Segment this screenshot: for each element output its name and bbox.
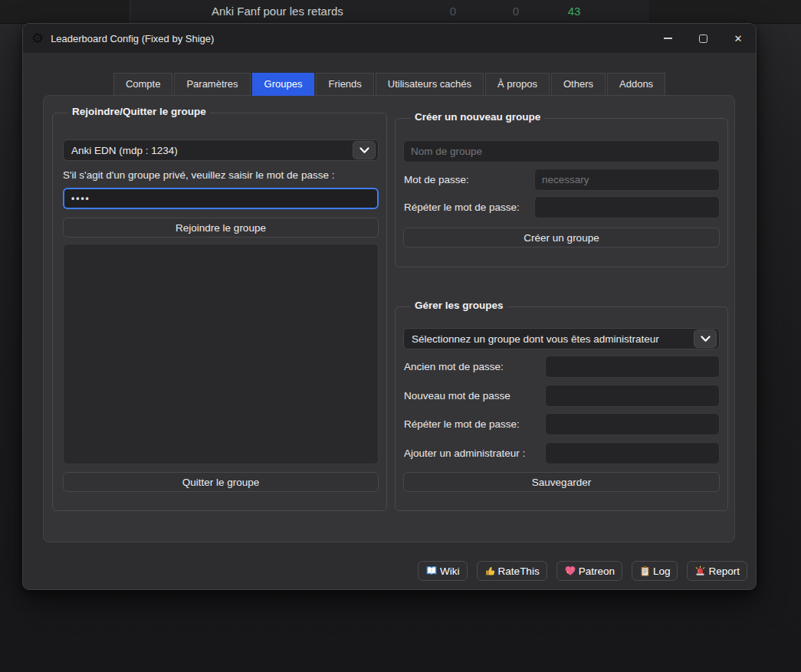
create-password-label: Mot de passe: bbox=[404, 169, 469, 191]
patreon-button-label: Patreon bbox=[579, 565, 615, 577]
create-group-groupbox-title: Créer un nouveau groupe bbox=[411, 111, 544, 123]
window-title: Leaderboard Config (Fixed by Shige) bbox=[51, 33, 214, 44]
leaderboard-deck-name: Anki Fanf pour les retards bbox=[212, 0, 343, 23]
maximize-icon bbox=[699, 34, 707, 43]
footer-links: Wiki RateThis Patreon bbox=[418, 561, 747, 581]
close-icon: ✕ bbox=[734, 33, 743, 44]
tab-parametres[interactable]: Paramètres bbox=[174, 73, 250, 96]
leaderboard-streak-value: 43 bbox=[557, 0, 591, 23]
new-group-name-input[interactable] bbox=[403, 140, 720, 162]
heart-icon bbox=[564, 565, 576, 577]
log-button[interactable]: Log bbox=[632, 561, 678, 581]
joined-groups-list[interactable] bbox=[63, 244, 379, 464]
thumbs-up-icon bbox=[484, 565, 496, 577]
close-button[interactable]: ✕ bbox=[721, 24, 756, 53]
create-repeat-password-label: Répéter le mot de passe: bbox=[404, 196, 520, 218]
create-group-groupbox: Créer un nouveau groupe Mot de passe: Ré… bbox=[395, 118, 728, 267]
report-button[interactable]: Report bbox=[687, 561, 747, 581]
ratethis-button[interactable]: RateThis bbox=[477, 561, 547, 581]
tab-utilisateurs-caches[interactable]: Utilisateurs cachés bbox=[376, 73, 484, 96]
chevron-down-icon bbox=[353, 141, 376, 159]
tab-bar: Compte Paramètres Groupes Friends Utilis… bbox=[23, 73, 756, 96]
maximize-button[interactable] bbox=[685, 24, 721, 53]
group-select-combobox[interactable]: Anki EDN (mdp : 1234) bbox=[63, 139, 379, 161]
create-repeat-password-input[interactable] bbox=[534, 196, 720, 218]
add-admin-input[interactable] bbox=[545, 442, 720, 464]
gear-icon: ⚙ bbox=[31, 31, 44, 45]
create-group-button[interactable]: Créer un groupe bbox=[403, 228, 720, 247]
manage-groups-groupbox-title: Gérer les groupes bbox=[411, 300, 507, 311]
old-password-input[interactable] bbox=[545, 356, 720, 378]
group-select-value: Anki EDN (mdp : 1234) bbox=[71, 145, 350, 156]
join-quit-groupbox: Rejoindre/Quitter le groupe Anki EDN (md… bbox=[52, 113, 387, 511]
wiki-button[interactable]: Wiki bbox=[418, 561, 468, 581]
tab-friends[interactable]: Friends bbox=[316, 73, 373, 96]
chevron-down-icon bbox=[694, 329, 717, 348]
wiki-button-label: Wiki bbox=[440, 565, 460, 577]
new-password-input[interactable] bbox=[545, 385, 720, 407]
leaderboard-row: Anki Fanf pour les retards 0 0 43 bbox=[130, 0, 649, 23]
ratethis-button-label: RateThis bbox=[498, 565, 540, 577]
tab-addons[interactable]: Addons bbox=[607, 73, 665, 96]
tab-others[interactable]: Others bbox=[551, 73, 606, 96]
minimize-button[interactable] bbox=[650, 24, 685, 53]
titlebar[interactable]: ⚙ Leaderboard Config (Fixed by Shige) ✕ bbox=[23, 24, 756, 53]
groupes-tab-panel: Rejoindre/Quitter le groupe Anki EDN (md… bbox=[43, 95, 735, 543]
leaderboard-cell: 0 bbox=[436, 0, 470, 23]
private-group-hint: S'il s'agit d'un groupe privé, veuillez … bbox=[63, 169, 334, 181]
clipboard-icon bbox=[639, 565, 651, 577]
tab-a-propos[interactable]: À propos bbox=[485, 73, 550, 96]
join-quit-groupbox-title: Rejoindre/Quitter le groupe bbox=[68, 106, 210, 117]
leaderboard-config-dialog: ⚙ Leaderboard Config (Fixed by Shige) ✕ … bbox=[22, 23, 757, 590]
book-icon bbox=[425, 565, 438, 577]
manage-groups-groupbox: Gérer les groupes Sélectionnez un groupe… bbox=[395, 306, 728, 511]
add-admin-label: Ajouter un administrateur : bbox=[404, 442, 525, 464]
tab-compte[interactable]: Compte bbox=[113, 73, 173, 96]
new-password-label: Nouveau mot de passe bbox=[404, 385, 510, 407]
create-password-input[interactable] bbox=[534, 169, 720, 191]
siren-icon bbox=[694, 565, 706, 577]
join-group-button[interactable]: Rejoindre le groupe bbox=[63, 218, 379, 238]
tab-groupes[interactable]: Groupes bbox=[252, 73, 315, 96]
join-password-input[interactable] bbox=[63, 188, 379, 209]
patreon-button[interactable]: Patreon bbox=[556, 561, 622, 581]
minimize-icon bbox=[664, 38, 672, 38]
admin-group-select-combobox[interactable]: Sélectionnez un groupe dont vous êtes ad… bbox=[403, 328, 720, 349]
admin-group-select-value: Sélectionnez un groupe dont vous êtes ad… bbox=[412, 333, 691, 345]
leave-group-button[interactable]: Quitter le groupe bbox=[63, 472, 379, 492]
save-button[interactable]: Sauvegarder bbox=[403, 472, 720, 492]
leaderboard-table-strip: Anki Fanf pour les retards 0 0 43 bbox=[0, 0, 801, 24]
leaderboard-cell: 0 bbox=[499, 0, 533, 23]
old-password-label: Ancien mot de passe: bbox=[404, 356, 504, 378]
log-button-label: Log bbox=[653, 565, 671, 577]
manage-repeat-password-input[interactable] bbox=[545, 413, 720, 435]
report-button-label: Report bbox=[708, 565, 740, 577]
manage-repeat-password-label: Répéter le mot de passe: bbox=[404, 413, 520, 435]
